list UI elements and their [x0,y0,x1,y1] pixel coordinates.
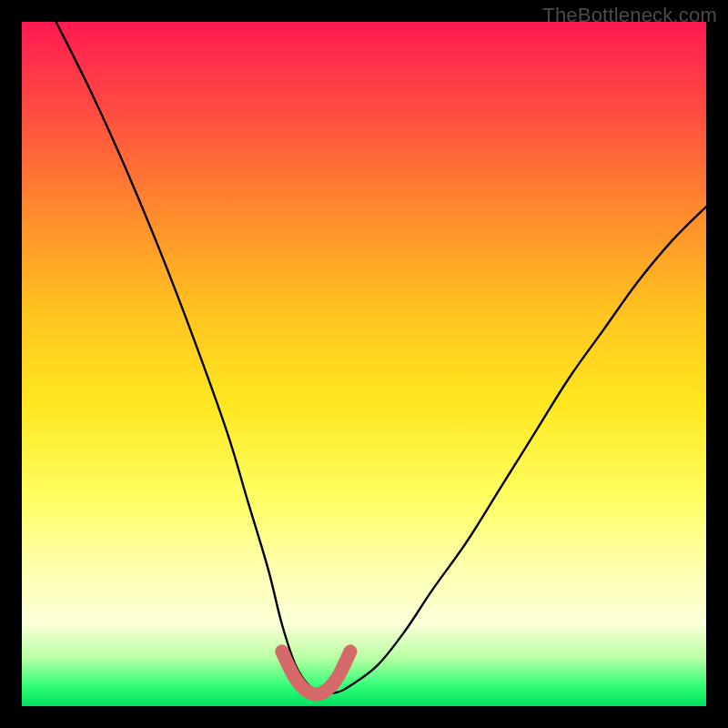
chart-svg [22,22,706,706]
watermark-text: TheBottleneck.com [542,4,717,27]
optimal-zone-marker [282,652,350,694]
chart-plot-area [22,22,706,706]
bottleneck-curve [56,22,706,693]
